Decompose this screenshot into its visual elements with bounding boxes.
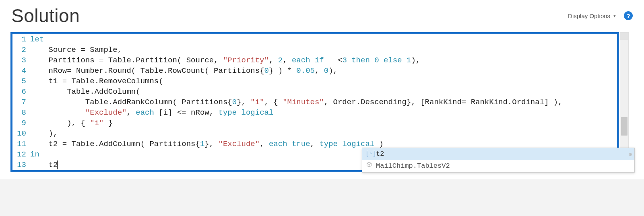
line-number: 1 [12,34,30,45]
line-number: 8 [12,107,30,118]
autocomplete-label: t2 [376,149,384,159]
line-number: 4 [12,66,30,76]
code-line: 6 Table.AddColumn( [12,86,617,97]
line-number: 7 [12,97,30,107]
autocomplete-item[interactable]: MailChimp.TablesV2 [362,160,634,172]
header-actions: Display Options ▼ ? [568,11,633,20]
chevron-down-icon: ▼ [613,14,617,18]
display-options-label: Display Options [568,12,610,19]
help-icon[interactable]: ? [624,11,633,20]
code-editor-frame: 1 let 2 Source = Sample, 3 Partitions = … [10,32,619,172]
code-editor[interactable]: 1 let 2 Source = Sample, 3 Partitions = … [12,34,617,170]
line-number: 12 [12,149,30,160]
code-line: 8 "Exclude", each [i] <= nRow, type logi… [12,107,617,118]
editor-region: 1 let 2 Source = Sample, 3 Partitions = … [0,30,644,179]
line-number: 2 [12,45,30,55]
autocomplete-label: MailChimp.TablesV2 [376,161,450,171]
line-number: 6 [12,86,30,97]
text-cursor [57,160,58,169]
page-title: Solution [11,5,80,27]
autocomplete-options-icon[interactable]: ⚙ [629,150,632,160]
autocomplete-item[interactable]: [◦] t2 [362,148,634,160]
line-number: 3 [12,55,30,66]
code-line: 5 t1 = Table.RemoveColumns( [12,76,617,86]
line-number: 10 [12,128,30,139]
code-line: 1 let [12,34,617,45]
page: Solution Display Options ▼ ? 1 let 2 So [0,0,644,179]
variable-icon: [◦] [365,149,373,159]
code-line: 4 nRow= Number.Round( Table.RowCount( Pa… [12,66,617,76]
code-line: 10 ), [12,128,617,139]
header: Solution Display Options ▼ ? [0,0,644,30]
scrollbar-up-button[interactable] [620,33,628,40]
line-number: 5 [12,76,30,86]
code-line: 2 Source = Sample, [12,45,617,55]
line-number: 9 [12,118,30,128]
code-line: 9 ), { "i" } [12,118,617,128]
scrollbar-thumb[interactable] [621,117,627,136]
line-number: 13 [12,160,30,170]
code-line: 3 Partitions = Table.Partition( Source, … [12,55,617,66]
autocomplete-popup[interactable]: ⚙ [◦] t2 [362,148,635,173]
line-number: 11 [12,139,30,149]
module-icon [365,161,373,171]
code-line: 7 Table.AddRankColumn( Partitions{0}, "i… [12,97,617,107]
display-options-dropdown[interactable]: Display Options ▼ [568,12,617,19]
